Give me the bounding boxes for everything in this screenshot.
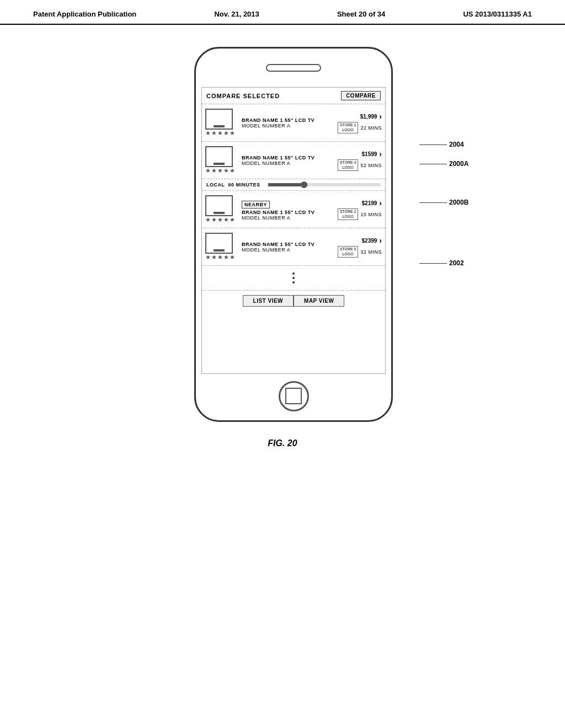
chevron-n1[interactable]: › xyxy=(379,199,382,207)
star-rating-n1: ★★★★★ xyxy=(205,216,237,223)
store-logo-n2: STORE 5LOGO xyxy=(338,246,359,258)
tv-stand-1 xyxy=(214,125,225,127)
annotation-line-2000b xyxy=(419,202,447,203)
product-thumb-1 xyxy=(205,109,233,130)
patent-date: Nov. 21, 2013 xyxy=(214,10,259,18)
time-1: 22 MINS xyxy=(360,125,382,131)
tv-stand-n2 xyxy=(214,249,225,251)
price-2: $1599 xyxy=(362,151,377,157)
product-left-col-n1: ★★★★★ xyxy=(205,195,237,223)
store-logo-2: STORE 4LOGO xyxy=(338,159,359,171)
product-name-n1: BRAND NAME 1 55" LCD TV xyxy=(242,210,338,215)
price-1: $1,999 xyxy=(360,114,377,120)
store-time-row-n2: STORE 5LOGO 32 MINS xyxy=(338,246,382,258)
bottom-nav: LIST VIEW MAP VIEW xyxy=(202,291,385,311)
product-name-2: BRAND NAME 1 55" LCD TV xyxy=(242,155,338,160)
annotation-2002: 2002 xyxy=(419,259,464,267)
product-right-n1: $2199 › STORE 2LOGO 15 MINS xyxy=(338,199,382,220)
annotation-2004: 2004 xyxy=(419,141,464,148)
phone-bottom xyxy=(196,374,391,418)
time-2: 52 MINS xyxy=(360,163,382,168)
product-left-col-2: ★★★★★ xyxy=(205,146,237,174)
annotation-label-2000a: 2000A xyxy=(449,160,468,168)
patent-number: US 2013/0311335 A1 xyxy=(463,10,532,18)
product-right-1: $1,999 › STORE 1LOGO 22 MINS xyxy=(338,112,382,133)
price-row-n1: $2199 › xyxy=(362,199,382,207)
slider-section: LOCAL 60 MINUTES xyxy=(202,179,385,191)
list-view-button[interactable]: LIST VIEW xyxy=(243,295,294,307)
map-view-button[interactable]: MAP VIEW xyxy=(294,295,344,307)
price-row-2: $1599 › xyxy=(362,149,382,158)
home-button-inner xyxy=(285,388,302,404)
dot-3 xyxy=(292,281,295,283)
product-model-1: MODEL NUMBER A xyxy=(242,123,338,129)
price-n2: $2399 xyxy=(362,238,377,244)
screen-header: COMPARE SELECTED COMPARE xyxy=(202,88,385,104)
dot-2 xyxy=(292,277,295,279)
product-info-2: BRAND NAME 1 55" LCD TV MODEL NUMBER A xyxy=(241,155,338,166)
annotation-line-2004 xyxy=(419,144,447,145)
product-right-n2: $2399 › STORE 5LOGO 32 MINS xyxy=(338,236,382,258)
product-name-1: BRAND NAME 1 55" LCD TV xyxy=(242,117,338,123)
product-info-1: BRAND NAME 1 55" LCD TV MODEL NUMBER A xyxy=(241,117,338,129)
slider-track[interactable] xyxy=(268,183,381,186)
annotation-label-2002: 2002 xyxy=(449,259,464,267)
product-info-n2: BRAND NAME 1 55" LCD TV MODEL NUMBER A xyxy=(241,242,338,253)
figure-label: FIG. 20 xyxy=(0,438,565,448)
store-time-row-n1: STORE 2LOGO 15 MINS xyxy=(338,208,382,220)
price-row-1: $1,999 › xyxy=(360,112,382,121)
slider-local-label: LOCAL xyxy=(206,182,225,188)
phone-body: COMPARE SELECTED COMPARE ★★★★★ BRAND NAM… xyxy=(194,47,393,422)
store-time-row-1: STORE 1LOGO 22 MINS xyxy=(338,122,382,133)
product-thumb-n2 xyxy=(205,233,233,254)
slider-minutes-label: 60 MINUTES xyxy=(228,182,260,188)
product-left-col-1: ★★★★★ xyxy=(205,109,237,137)
slider-thumb[interactable] xyxy=(301,181,307,188)
chevron-2[interactable]: › xyxy=(379,149,382,158)
phone-screen: COMPARE SELECTED COMPARE ★★★★★ BRAND NAM… xyxy=(201,87,386,374)
nearby-label: NEARBY xyxy=(242,201,270,208)
product-model-n2: MODEL NUMBER A xyxy=(242,247,338,253)
compare-button[interactable]: COMPARE xyxy=(341,91,381,100)
phone-top xyxy=(196,49,391,87)
product-item-nearby-1[interactable]: ★★★★★ NEARBY BRAND NAME 1 55" LCD TV MOD… xyxy=(202,191,385,228)
price-row-n2: $2399 › xyxy=(362,236,382,245)
compare-selected-title: COMPARE SELECTED xyxy=(206,93,280,99)
product-thumb-n1 xyxy=(205,195,233,216)
ellipsis-section xyxy=(202,266,385,291)
patent-left: Patent Application Publication xyxy=(33,10,136,18)
annotation-2000a: 2000A xyxy=(419,160,468,168)
home-button[interactable] xyxy=(279,381,309,411)
annotation-label-2004: 2004 xyxy=(449,141,464,148)
product-info-n1: NEARBY BRAND NAME 1 55" LCD TV MODEL NUM… xyxy=(241,199,338,221)
annotation-label-2000b: 2000B xyxy=(449,199,468,206)
time-n1: 15 MINS xyxy=(360,212,382,217)
store-logo-1: STORE 1LOGO xyxy=(338,122,359,133)
product-model-n1: MODEL NUMBER A xyxy=(242,215,338,221)
annotation-line-2002 xyxy=(419,263,447,264)
product-item-2[interactable]: ★★★★★ BRAND NAME 1 55" LCD TV MODEL NUMB… xyxy=(202,142,385,179)
patent-sheet: Sheet 20 of 34 xyxy=(337,10,385,18)
product-item-1[interactable]: ★★★★★ BRAND NAME 1 55" LCD TV MODEL NUMB… xyxy=(202,104,385,142)
star-rating-n2: ★★★★★ xyxy=(205,254,237,261)
product-right-2: $1599 › STORE 4LOGO 52 MINS xyxy=(338,149,382,171)
dot-1 xyxy=(292,272,295,275)
annotation-2000b: 2000B xyxy=(419,199,468,206)
tv-stand-2 xyxy=(214,163,225,165)
product-thumb-2 xyxy=(205,146,233,167)
phone-mockup: COMPARE SELECTED COMPARE ★★★★★ BRAND NAM… xyxy=(194,47,393,422)
product-left-col-n2: ★★★★★ xyxy=(205,233,237,261)
product-item-nearby-2[interactable]: ★★★★★ BRAND NAME 1 55" LCD TV MODEL NUMB… xyxy=(202,228,385,266)
chevron-n2[interactable]: › xyxy=(379,236,382,245)
annotation-line-2000a xyxy=(419,164,447,164)
price-n1: $2199 xyxy=(362,200,377,206)
store-logo-n1: STORE 2LOGO xyxy=(338,208,359,220)
chevron-1[interactable]: › xyxy=(379,112,382,121)
product-model-2: MODEL NUMBER A xyxy=(242,160,338,166)
store-time-row-2: STORE 4LOGO 52 MINS xyxy=(338,159,382,171)
time-n2: 32 MINS xyxy=(360,249,382,255)
product-name-n2: BRAND NAME 1 55" LCD TV xyxy=(242,242,338,247)
phone-speaker xyxy=(266,64,321,72)
tv-stand-n1 xyxy=(214,212,225,214)
star-rating-2: ★★★★★ xyxy=(205,167,237,174)
